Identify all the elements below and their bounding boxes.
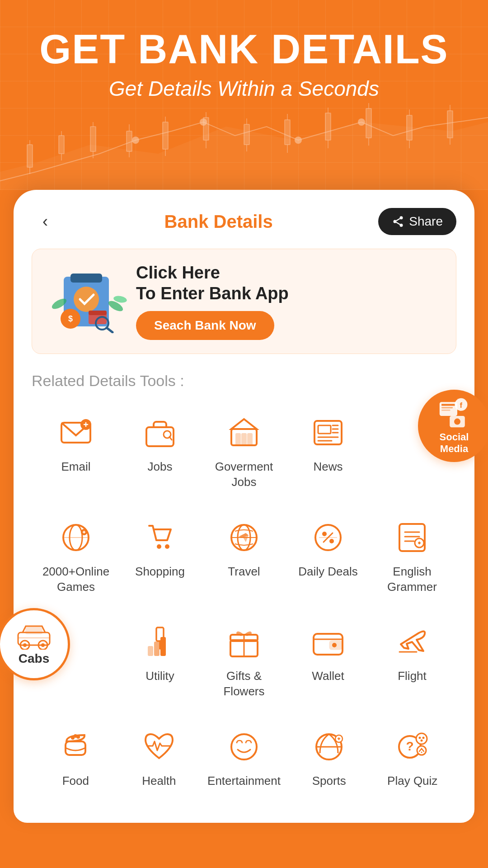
jobs-icon [140, 412, 180, 453]
deals-icon [308, 517, 348, 558]
cabs-label: Cabs [19, 651, 49, 666]
grid-row-4: Food Health [36, 717, 452, 798]
cabs-circle[interactable]: Cabs [0, 608, 70, 680]
bank-banner-image: $ [46, 270, 127, 333]
svg-point-139 [416, 733, 427, 744]
svg-point-97 [322, 532, 327, 536]
tool-entertainment[interactable]: Entertainment [203, 717, 285, 798]
shopping-label: Shopping [135, 564, 185, 580]
utility-label: Utility [145, 669, 174, 684]
search-bank-button[interactable]: Seach Bank Now [136, 311, 274, 340]
shopping-icon [140, 517, 180, 558]
svg-rect-28 [366, 108, 371, 138]
tool-email[interactable]: Email [36, 403, 116, 499]
social-media-circle[interactable]: f SocialMedia [418, 390, 488, 462]
tool-food[interactable]: Food [36, 717, 115, 798]
svg-rect-31 [407, 115, 412, 140]
food-label: Food [62, 774, 89, 789]
tool-sports[interactable]: Sports [290, 717, 369, 798]
svg-rect-13 [163, 122, 168, 149]
wallet-label: Wallet [312, 669, 344, 684]
flight-icon [392, 622, 432, 662]
svg-point-40 [358, 118, 365, 126]
svg-point-98 [329, 539, 334, 543]
tool-wallet[interactable]: Wallet [288, 613, 368, 708]
svg-point-43 [400, 224, 403, 227]
svg-point-140 [418, 736, 421, 739]
header-title: GET BANK DETAILS [18, 27, 470, 72]
games-icon [56, 517, 96, 558]
news-icon [308, 412, 348, 453]
deals-label: Daily Deals [298, 564, 358, 580]
tool-grammar[interactable]: English Grammer [372, 508, 452, 604]
grid-row-2: 2000+Online Games Shopping [36, 508, 452, 604]
svg-rect-61 [441, 410, 450, 411]
share-label: Share [409, 214, 443, 229]
tool-shopping[interactable]: Shopping [120, 508, 200, 604]
tool-travel[interactable]: Travel [204, 508, 284, 604]
svg-rect-117 [155, 642, 159, 656]
svg-line-54 [107, 328, 113, 332]
tool-utility[interactable]: Utility [120, 613, 200, 708]
main-card: ‹ Bank Details Share [14, 190, 474, 823]
entertainment-icon [224, 726, 264, 767]
svg-rect-50 [89, 311, 107, 315]
svg-rect-4 [59, 136, 64, 154]
tool-gifts[interactable]: Gifts & Flowers [204, 613, 284, 708]
svg-rect-74 [236, 434, 240, 445]
svg-point-65 [454, 418, 460, 425]
svg-point-124 [332, 643, 337, 647]
quiz-label: Play Quiz [387, 774, 437, 789]
svg-rect-60 [441, 407, 453, 408]
food-icon [55, 726, 96, 767]
entertainment-label: Entertainment [207, 774, 281, 789]
page-title-normal: Bank [164, 212, 209, 231]
bank-banner: $ Click Here To Enter Bank App Seach Ban… [32, 249, 456, 354]
svg-point-110 [23, 643, 27, 647]
bank-banner-content: Click Here To Enter Bank App Seach Bank … [136, 263, 442, 340]
svg-text:f: f [460, 401, 463, 410]
grammar-icon [392, 517, 432, 558]
tool-games[interactable]: 2000+Online Games [36, 508, 116, 604]
svg-rect-10 [127, 131, 132, 151]
svg-point-37 [132, 137, 139, 144]
quiz-icon: ? [392, 726, 433, 767]
svg-rect-116 [148, 646, 153, 656]
svg-point-144 [421, 751, 422, 753]
govt-jobs-label: Goverment Jobs [209, 459, 279, 490]
back-button[interactable]: ‹ [32, 208, 59, 235]
svg-point-48 [74, 287, 99, 312]
svg-point-39 [295, 137, 302, 144]
tool-jobs[interactable]: Jobs [120, 403, 200, 499]
svg-rect-47 [70, 274, 102, 283]
svg-rect-34 [447, 111, 453, 138]
header-subtitle: Get Details Within a Seconds [18, 76, 470, 101]
tool-news[interactable]: News [288, 403, 368, 499]
svg-rect-59 [441, 404, 455, 406]
tool-daily-deals[interactable]: Daily Deals [288, 508, 368, 604]
tool-flight[interactable]: Flight [372, 613, 452, 708]
travel-icon [224, 517, 264, 558]
svg-rect-19 [244, 124, 249, 145]
svg-point-91 [157, 544, 161, 549]
gifts-icon [224, 622, 264, 662]
tool-govt-jobs[interactable]: Goverment Jobs [204, 403, 284, 499]
svg-point-142 [420, 739, 422, 741]
svg-point-92 [165, 544, 169, 549]
svg-line-45 [396, 219, 400, 221]
svg-rect-7 [90, 127, 96, 151]
tool-quiz[interactable]: ? Play Quiz [373, 717, 452, 798]
gifts-label: Gifts & Flowers [209, 669, 279, 699]
share-button[interactable]: Share [378, 208, 456, 235]
svg-rect-25 [325, 113, 331, 140]
svg-text:?: ? [406, 739, 413, 753]
sports-icon [309, 726, 349, 767]
header-section: GET BANK DETAILS Get Details Within a Se… [0, 0, 488, 190]
travel-label: Travel [228, 564, 260, 580]
social-media-label: SocialMedia [440, 431, 469, 455]
tool-health[interactable]: Health [120, 717, 199, 798]
svg-rect-107 [18, 632, 50, 645]
grid-row-3: Cabs Utility [36, 613, 452, 708]
svg-line-44 [396, 222, 400, 225]
svg-rect-108 [26, 627, 42, 634]
